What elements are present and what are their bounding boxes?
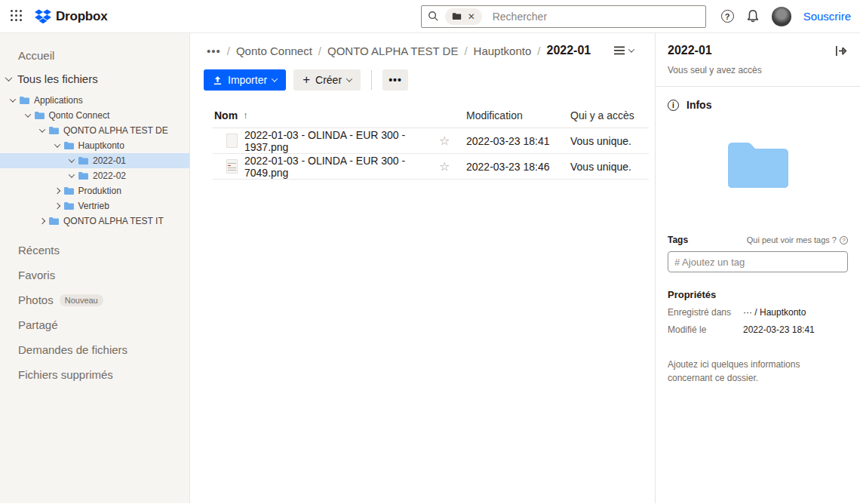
sidebar-item-label: Accueil — [18, 49, 54, 62]
toolbar: Importer + Créer ••• — [202, 69, 649, 91]
tree-item-2022-01[interactable]: 2022-01 — [0, 153, 189, 168]
column-header-name[interactable]: Nom ↑ — [213, 109, 439, 121]
chevron-down-icon[interactable] — [24, 111, 30, 117]
tree-item-qonto-alpha-test-de[interactable]: QONTO ALPHA TEST DE — [0, 123, 189, 138]
tree-item-hauptkonto[interactable]: Hauptkonto — [0, 138, 189, 153]
sidebar-nav-top: AccueilTous les fichiers — [0, 44, 189, 91]
sidebar-item-label: Favoris — [18, 269, 55, 281]
breadcrumb-separator: / — [464, 45, 467, 57]
folder-filter-icon — [452, 12, 462, 20]
tree-item-label: Vertrieb — [78, 201, 109, 211]
tags-label: Tags — [668, 235, 688, 245]
access-subtitle: Vous seul y avez accès — [668, 65, 848, 75]
sidebar-item-partagé[interactable]: Partagé — [0, 312, 189, 337]
property-row: Modifié le2022-03-23 18:41 — [668, 324, 848, 335]
properties-list: Enregistré dans··· / HauptkontoModifié l… — [668, 307, 848, 335]
breadcrumb-segment[interactable]: QONTO ALPHA TEST DE — [327, 45, 458, 57]
notifications-bell-icon[interactable] — [746, 9, 760, 23]
chevron-down-icon[interactable] — [54, 141, 60, 147]
sort-asc-icon[interactable]: ↑ — [243, 109, 248, 121]
details-title: 2022-01 — [668, 44, 712, 57]
tree-item-label: QONTO ALPHA TEST DE — [63, 125, 168, 136]
chip-close-icon[interactable]: ✕ — [468, 12, 475, 21]
tree-item-vertrieb[interactable]: Vertrieb — [0, 198, 189, 214]
tree-item-qonto-alpha-test-it[interactable]: QONTO ALPHA TEST IT — [0, 214, 189, 229]
import-button-label: Importer — [228, 74, 267, 86]
search-folder-filter-chip[interactable]: ✕ — [445, 8, 482, 25]
file-row[interactable]: 2022-01-03 - OLINDA - EUR 300 - 7049.png… — [213, 154, 649, 180]
tree-item-label: QONTO ALPHA TEST IT — [63, 216, 164, 226]
folder-icon — [19, 96, 30, 105]
logo-wordmark: Dropbox — [56, 9, 107, 24]
file-modified: 2022-03-23 18:46 — [466, 161, 570, 173]
create-button-label: Créer — [315, 74, 342, 86]
chevron-right-icon[interactable] — [39, 218, 45, 224]
sidebar-item-label: Photos — [18, 293, 54, 306]
chevron-down-icon[interactable] — [5, 74, 13, 81]
chevron-down-icon[interactable] — [39, 126, 45, 132]
add-tag-input[interactable] — [668, 251, 848, 272]
folder-icon — [78, 156, 89, 165]
tree-item-label: Applications — [34, 95, 83, 106]
file-modified: 2022-03-23 18:41 — [466, 135, 570, 147]
create-button[interactable]: + Créer — [293, 69, 361, 91]
dropbox-logo[interactable]: Dropbox — [35, 9, 107, 24]
file-thumbnail — [226, 134, 238, 148]
help-icon[interactable]: ? — [721, 10, 734, 23]
sidebar-item-photos[interactable]: PhotosNouveau — [0, 287, 189, 312]
sidebar-item-tous-les-fichiers[interactable]: Tous les fichiers — [0, 67, 189, 91]
breadcrumb-separator: / — [227, 45, 230, 57]
subscribe-link[interactable]: Souscrire — [803, 10, 851, 23]
tree-item-produktion[interactable]: Produktion — [0, 183, 189, 198]
column-header-access[interactable]: Qui y a accès — [570, 109, 649, 121]
sidebar-item-demandes-de-fichiers[interactable]: Demandes de fichiers — [0, 337, 189, 362]
tree-item-applications[interactable]: Applications — [0, 93, 189, 108]
breadcrumb-more-icon[interactable]: ••• — [207, 45, 221, 57]
breadcrumb-separator: / — [318, 45, 321, 57]
chevron-down-icon[interactable] — [69, 156, 75, 162]
sidebar-item-accueil[interactable]: Accueil — [0, 44, 189, 67]
info-icon: i — [668, 100, 679, 111]
new-badge: Nouveau — [60, 294, 103, 306]
avatar[interactable] — [772, 7, 791, 26]
tags-help-link[interactable]: Qui peut voir mes tags ? ? — [747, 235, 848, 244]
star-icon[interactable]: ☆ — [439, 159, 466, 174]
column-header-modified[interactable]: Modification — [466, 109, 570, 121]
chevron-right-icon[interactable] — [54, 188, 60, 194]
tree-item-label: Qonto Connect — [49, 110, 110, 121]
tree-item-qonto-connect[interactable]: Qonto Connect — [0, 108, 189, 123]
collapse-panel-icon[interactable] — [835, 45, 848, 57]
property-label: Modifié le — [668, 324, 743, 335]
folder-description-hint[interactable]: Ajoutez ici quelques informations concer… — [668, 358, 840, 385]
folder-icon — [63, 141, 75, 150]
sidebar: AccueilTous les fichiers Applications Qo… — [0, 33, 190, 503]
chevron-down-icon[interactable] — [69, 171, 75, 177]
apps-grid-icon[interactable] — [11, 10, 24, 23]
chevron-down-icon[interactable] — [10, 96, 16, 102]
file-table: Nom ↑ Modification Qui y a accès 2022-01… — [213, 103, 649, 180]
view-toggle-button[interactable] — [613, 45, 634, 56]
folder-icon — [48, 126, 60, 135]
breadcrumb-segment[interactable]: Qonto Connect — [236, 45, 312, 57]
import-button[interactable]: Importer — [204, 69, 286, 91]
chevron-right-icon[interactable] — [54, 203, 60, 209]
file-table-header: Nom ↑ Modification Qui y a accès — [213, 103, 649, 128]
sidebar-item-fichiers-supprimés[interactable]: Fichiers supprimés — [0, 362, 189, 387]
property-label: Enregistré dans — [668, 307, 743, 318]
breadcrumb-segment[interactable]: Hauptkonto — [474, 45, 532, 57]
search-input[interactable]: ✕ Rechercher — [421, 5, 706, 28]
folder-icon — [63, 186, 75, 195]
file-name-cell: 2022-01-03 - OLINDA - EUR 300 - 1937.png — [213, 129, 439, 153]
tree-item-2022-02[interactable]: 2022-02 — [0, 168, 189, 183]
panel-divider — [656, 86, 860, 87]
star-icon[interactable]: ☆ — [439, 134, 466, 148]
sidebar-item-récents[interactable]: Récents — [0, 238, 189, 263]
sidebar-nav-bottom: RécentsFavorisPhotosNouveauPartagéDemand… — [0, 238, 189, 387]
list-view-icon — [613, 45, 625, 56]
more-actions-button[interactable]: ••• — [382, 69, 408, 91]
file-name: 2022-01-03 - OLINDA - EUR 300 - 1937.png — [244, 129, 439, 153]
folder-icon — [78, 156, 89, 165]
file-row[interactable]: 2022-01-03 - OLINDA - EUR 300 - 1937.png… — [213, 128, 649, 154]
sidebar-item-favoris[interactable]: Favoris — [0, 263, 189, 287]
chevron-down-icon — [346, 75, 352, 81]
